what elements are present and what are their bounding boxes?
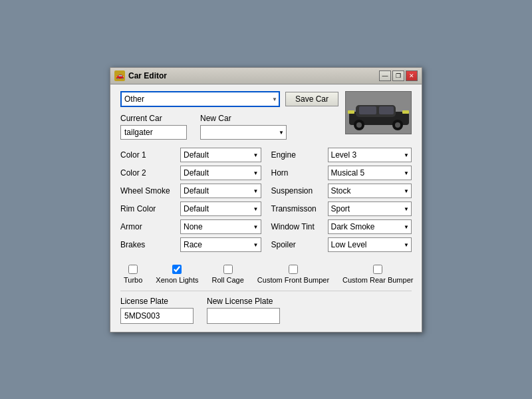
main-category-wrapper: Other Sedans Sports SUVs Trucks — [120, 91, 280, 107]
rimcolor-select[interactable]: DefaultRed — [180, 201, 261, 216]
new-car-dropdown[interactable]: Adder Banshee Bullet Cheetah — [200, 125, 287, 140]
current-new-section: Current Car New Car Adder Banshee Bullet… — [120, 114, 338, 140]
svg-rect-3 — [359, 106, 376, 114]
fields-grid: Color 1 DefaultRedBlue Color 2 DefaultRe… — [120, 148, 412, 255]
roll-cage-checkbox[interactable] — [223, 265, 233, 274]
license-plate-group: License Plate — [120, 297, 194, 324]
horn-row: Horn DefaultMusical 1Musical 2Musical 3M… — [271, 166, 412, 180]
brakes-row: Brakes StockStreetSportRace — [120, 237, 261, 252]
suspension-select-wrapper: StockLoweredStreetSport — [328, 184, 412, 198]
checkboxes-section: Turbo Xenon Lights Roll Cage Custom Fron… — [120, 265, 412, 284]
minimize-button[interactable]: — — [379, 70, 391, 81]
main-category-dropdown[interactable]: Other Sedans Sports SUVs Trucks — [120, 91, 280, 107]
wheelsmoke-row: Wheel Smoke DefaultRed — [120, 184, 261, 198]
transmission-select-wrapper: StockStreetSportRace — [328, 201, 412, 216]
custom-rear-bumper-checkbox[interactable] — [373, 265, 382, 274]
brakes-label: Brakes — [120, 240, 177, 249]
restore-button[interactable]: ❐ — [392, 70, 404, 81]
windowtint-select[interactable]: NoneBlackDark SmokeLight SmokeLimo — [328, 219, 412, 234]
new-license-plate-input[interactable] — [207, 308, 280, 324]
windowtint-select-wrapper: NoneBlackDark SmokeLight SmokeLimo — [328, 219, 412, 234]
spoiler-select[interactable]: NoneLow LevelMid LevelHigh Level — [328, 237, 412, 252]
suspension-label: Suspension — [271, 186, 325, 196]
current-car-section: Current Car — [120, 114, 187, 140]
svg-point-8 — [395, 122, 400, 128]
color2-row: Color 2 DefaultRedBlue — [120, 166, 261, 180]
turbo-label: Turbo — [124, 276, 142, 284]
color1-select[interactable]: DefaultRedBlue — [180, 148, 261, 162]
turbo-checkbox-item: Turbo — [124, 265, 142, 284]
armor-select-wrapper: NoneLevel 1Level 2 — [180, 219, 261, 234]
wheelsmoke-select-wrapper: DefaultRed — [180, 184, 261, 198]
rimcolor-select-wrapper: DefaultRed — [180, 201, 261, 216]
engine-select-wrapper: StockLevel 1Level 2Level 3Level 4 — [328, 148, 412, 162]
svg-rect-9 — [402, 110, 409, 114]
color1-select-wrapper: DefaultRedBlue — [180, 148, 261, 162]
frontbumper-checkbox-item: Custom Front Bumper — [257, 265, 329, 284]
right-column: Engine StockLevel 1Level 2Level 3Level 4… — [271, 148, 412, 255]
close-button[interactable]: ✕ — [406, 70, 418, 81]
brakes-select[interactable]: StockStreetSportRace — [180, 237, 261, 252]
transmission-row: Transmisson StockStreetSportRace — [271, 201, 412, 216]
separator — [120, 291, 412, 291]
rollcage-label: Roll Cage — [212, 276, 244, 284]
color1-label: Color 1 — [120, 150, 177, 160]
current-car-input — [120, 125, 187, 140]
license-plate-input[interactable] — [120, 308, 194, 324]
color2-select-wrapper: DefaultRedBlue — [180, 166, 261, 180]
suspension-select[interactable]: StockLoweredStreetSport — [328, 184, 412, 198]
new-car-label: New Car — [200, 114, 338, 123]
new-license-plate-label: New License Plate — [207, 297, 280, 306]
rearbumper-checkbox-item: Custom Rear Bumper — [342, 265, 413, 284]
wheelsmoke-select[interactable]: DefaultRed — [180, 184, 261, 198]
xenon-checkbox-item: Xenon Lights — [156, 265, 198, 284]
left-column: Color 1 DefaultRedBlue Color 2 DefaultRe… — [120, 148, 261, 255]
xenon-label: Xenon Lights — [156, 276, 198, 284]
svg-rect-10 — [348, 110, 354, 114]
engine-select[interactable]: StockLevel 1Level 2Level 3Level 4 — [328, 148, 412, 162]
armor-select[interactable]: NoneLevel 1Level 2 — [180, 219, 261, 234]
title-bar-left: 🚗 Car Editor — [114, 70, 167, 81]
color2-select[interactable]: DefaultRedBlue — [180, 166, 261, 180]
color2-label: Color 2 — [120, 168, 177, 178]
engine-label: Engine — [271, 150, 325, 160]
window-title: Car Editor — [128, 71, 167, 80]
window-icon: 🚗 — [114, 70, 125, 81]
window-body: Other Sedans Sports SUVs Trucks Save Car… — [110, 84, 422, 332]
svg-point-6 — [356, 122, 362, 128]
horn-select[interactable]: DefaultMusical 1Musical 2Musical 3Musica… — [328, 166, 412, 180]
spoiler-row: Spoiler NoneLow LevelMid LevelHigh Level — [271, 237, 412, 252]
wheelsmoke-label: Wheel Smoke — [120, 186, 177, 196]
save-car-button[interactable]: Save Car — [285, 92, 338, 106]
rimcolor-row: Rim Color DefaultRed — [120, 201, 261, 216]
transmission-select[interactable]: StockStreetSportRace — [328, 201, 412, 216]
top-row: Other Sedans Sports SUVs Trucks Save Car… — [120, 91, 412, 144]
windowtint-label: Window Tint — [271, 222, 325, 231]
title-bar: 🚗 Car Editor — ❐ ✕ — [110, 68, 422, 84]
rollcage-checkbox-item: Roll Cage — [212, 265, 244, 284]
car-preview — [345, 91, 412, 134]
svg-rect-4 — [379, 106, 394, 114]
engine-row: Engine StockLevel 1Level 2Level 3Level 4 — [271, 148, 412, 162]
spoiler-select-wrapper: NoneLow LevelMid LevelHigh Level — [328, 237, 412, 252]
horn-label: Horn — [271, 168, 325, 178]
new-license-plate-group: New License Plate — [207, 297, 280, 324]
new-car-select-wrapper: Adder Banshee Bullet Cheetah — [200, 125, 287, 140]
top-left-area: Other Sedans Sports SUVs Trucks Save Car… — [120, 91, 338, 144]
car-editor-window: 🚗 Car Editor — ❐ ✕ Other Sedans Sports — [110, 67, 422, 332]
xenon-lights-checkbox[interactable] — [172, 265, 182, 274]
horn-select-wrapper: DefaultMusical 1Musical 2Musical 3Musica… — [328, 166, 412, 180]
suspension-row: Suspension StockLoweredStreetSport — [271, 184, 412, 198]
car-svg — [346, 92, 412, 134]
car-preview-image — [346, 92, 411, 134]
title-buttons: — ❐ ✕ — [379, 70, 418, 81]
armor-label: Armor — [120, 222, 177, 231]
windowtint-row: Window Tint NoneBlackDark SmokeLight Smo… — [271, 219, 412, 234]
top-bar: Other Sedans Sports SUVs Trucks Save Car — [120, 91, 338, 107]
turbo-checkbox[interactable] — [128, 265, 138, 274]
custom-front-bumper-checkbox[interactable] — [289, 265, 298, 274]
current-car-label: Current Car — [120, 114, 187, 123]
new-car-section: New Car Adder Banshee Bullet Cheetah — [200, 114, 338, 140]
rimcolor-label: Rim Color — [120, 204, 177, 213]
transmission-label: Transmisson — [271, 204, 325, 213]
